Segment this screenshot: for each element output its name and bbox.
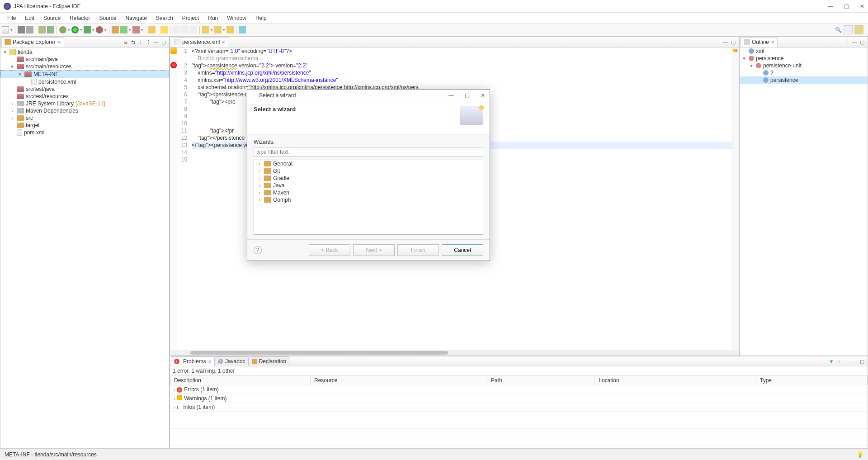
menu-project[interactable]: Project [178, 14, 203, 23]
wizard-category[interactable]: ›Git [254, 167, 483, 175]
nav-back-button[interactable] [202, 26, 209, 33]
problems-tab[interactable]: ! Problems ✕ [171, 356, 215, 366]
minimize-icon[interactable]: — [828, 3, 833, 9]
package-explorer-tree[interactable]: ▼tienda src/main/java▼src/main/resources… [0, 47, 169, 448]
run-button[interactable] [71, 26, 79, 33]
outline-item[interactable]: ? [740, 69, 868, 76]
maximize-editor-icon[interactable]: ▢ [730, 39, 736, 45]
menu-file[interactable]: File [3, 14, 20, 23]
wizard-category[interactable]: ›Maven [254, 189, 483, 196]
finish-button[interactable]: Finish [397, 244, 439, 256]
outline-item[interactable]: ▼persistence-unit [740, 62, 868, 69]
close-icon[interactable]: ✕ [57, 40, 61, 45]
tree-item[interactable]: persistence.xml [0, 78, 169, 85]
tree-item[interactable]: pom.xml [0, 129, 169, 136]
menu-help[interactable]: Help [251, 14, 271, 23]
outline-tab[interactable]: Outline ✕ [741, 37, 778, 47]
a-button[interactable] [173, 26, 180, 33]
menu-window[interactable]: Window [222, 14, 251, 23]
toggle-mark-button[interactable] [160, 26, 168, 33]
maximize-view-icon[interactable]: ▢ [160, 39, 167, 45]
outline-item[interactable]: ▼persistence [740, 55, 868, 62]
focus-icon[interactable]: ⁝ [137, 39, 144, 45]
editor-hscrollbar[interactable] [170, 350, 739, 356]
ext-tools-button[interactable] [96, 26, 103, 33]
close-icon[interactable]: ✕ [208, 359, 212, 364]
search-button[interactable] [148, 26, 156, 33]
pin-editor-button[interactable] [239, 26, 246, 33]
maximize-icon[interactable]: ▢ [844, 3, 849, 9]
maximize-view-icon[interactable]: ▢ [859, 358, 865, 365]
tree-item[interactable]: target [0, 122, 169, 129]
tree-item[interactable]: ▼META-INF [0, 70, 169, 78]
menu-source[interactable]: Source [39, 14, 65, 23]
tree-item[interactable]: ›Maven Dependencies [0, 107, 169, 114]
tree-item[interactable]: ▼src/main/resources [0, 63, 169, 70]
tree-item[interactable]: src/test/resources [0, 93, 169, 100]
close-icon[interactable]: ✕ [771, 40, 774, 45]
tree-item[interactable]: src/main/java [0, 56, 169, 63]
nav-fwd-button[interactable] [214, 26, 222, 33]
wizard-tree[interactable]: ›General›Git›Gradle›Java›Maven›Oomph [254, 160, 483, 235]
package-explorer-tab[interactable]: Package Explorer ✕ [1, 37, 64, 47]
help-icon[interactable]: ? [254, 246, 262, 254]
c-button[interactable] [190, 26, 197, 33]
new-class-button[interactable] [120, 26, 127, 33]
wizard-category[interactable]: ›General [254, 160, 483, 167]
view-menu-icon[interactable]: ⋮ [844, 358, 850, 365]
cancel-button[interactable]: Cancel [442, 244, 483, 256]
close-icon[interactable]: ✕ [222, 40, 225, 45]
view-menu-icon[interactable]: ⋮ [844, 39, 850, 45]
menu-edit[interactable]: Edit [20, 14, 39, 23]
menu-run[interactable]: Run [203, 14, 222, 23]
menu-source2[interactable]: Source [94, 14, 121, 23]
wizard-category[interactable]: ›Gradle [254, 175, 483, 182]
minimize-view-icon[interactable]: — [851, 358, 858, 365]
maximize-view-icon[interactable]: ▢ [859, 39, 865, 45]
back-button[interactable]: < Back [309, 244, 350, 256]
problems-table[interactable]: DescriptionResourcePathLocationType › ×E… [170, 375, 868, 455]
coverage-button[interactable] [84, 26, 91, 33]
declaration-tab[interactable]: Declaration [249, 356, 290, 366]
save-button[interactable] [18, 26, 25, 33]
dialog-close-icon[interactable]: ✕ [479, 92, 487, 99]
problems-row[interactable]: › Warnings (1 item) [170, 394, 868, 403]
new-test-button[interactable] [132, 26, 140, 33]
error-marker[interactable] [170, 62, 177, 68]
tree-item[interactable]: src/test/java [0, 85, 169, 93]
minimize-editor-icon[interactable]: — [722, 39, 729, 45]
javadoc-tab[interactable]: @ Javadoc [215, 356, 249, 366]
focus-icon[interactable]: ⁝ [836, 358, 842, 365]
menu-search[interactable]: Search [151, 14, 178, 23]
editor-tab[interactable]: persistence.xml ✕ [171, 37, 228, 47]
wizard-category[interactable]: ›Oomph [254, 196, 483, 204]
problems-row[interactable]: › ×Errors (1 item) [170, 385, 868, 394]
tree-item[interactable]: ▼tienda [0, 48, 169, 56]
new-package-button[interactable] [112, 26, 119, 33]
scrollbar-thumb[interactable] [190, 351, 448, 355]
filter-icon[interactable]: ▼ [828, 358, 835, 365]
warning-marker[interactable] [170, 47, 177, 54]
open-type-button[interactable] [47, 26, 54, 33]
b-button[interactable] [181, 26, 189, 33]
menu-refactor[interactable]: Refactor [65, 14, 94, 23]
link-editor-icon[interactable]: ⇆ [130, 39, 136, 45]
dialog-titlebar[interactable]: Select a wizard — ▢ ✕ [247, 90, 490, 101]
dialog-maximize-icon[interactable]: ▢ [463, 92, 472, 99]
java-perspective-button[interactable] [854, 25, 863, 34]
wizard-filter-input[interactable] [254, 147, 483, 157]
view-menu-icon[interactable]: ⋮ [145, 39, 151, 45]
problems-row[interactable]: › iInfos (1 item) [170, 403, 868, 412]
debug-button[interactable] [59, 26, 66, 33]
menu-navigate[interactable]: Navigate [121, 14, 151, 23]
close-icon[interactable]: ✕ [860, 3, 864, 9]
outline-item[interactable]: xml [740, 47, 868, 55]
next-button[interactable]: Next > [353, 244, 395, 256]
open-perspective-button[interactable] [844, 25, 853, 34]
outline-tree[interactable]: xml▼persistence▼persistence-unit ? persi… [740, 47, 868, 84]
new-button[interactable] [2, 26, 9, 33]
last-edit-button[interactable] [226, 26, 234, 33]
dialog-minimize-icon[interactable]: — [447, 92, 456, 99]
tip-icon[interactable]: 💡 [857, 451, 863, 458]
tree-item[interactable]: ›JRE System Library [JavaSE-11] [0, 100, 169, 107]
